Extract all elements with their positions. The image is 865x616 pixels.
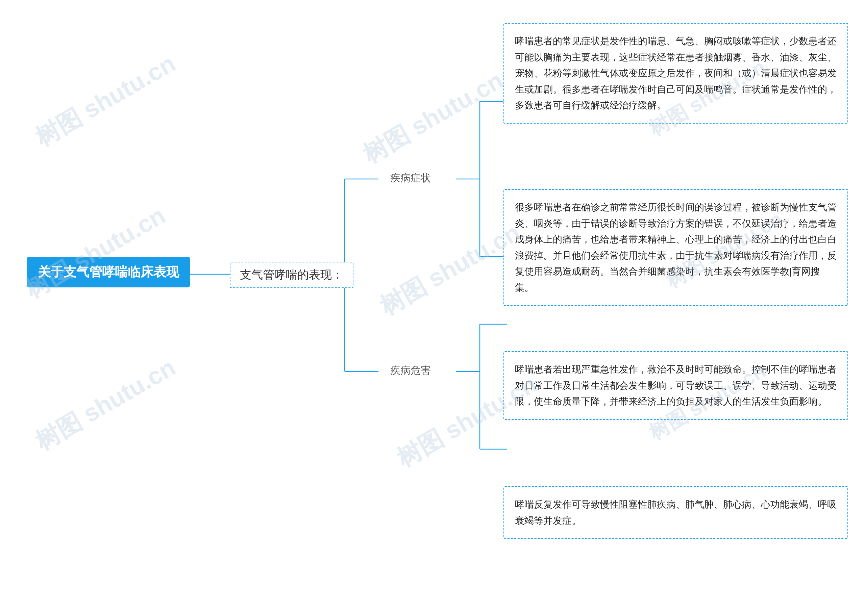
content-box-3-text: 哮喘患者若出现严重急性发作，救治不及时时可能致命。控制不佳的哮喘患者对日常工作及… bbox=[515, 364, 837, 407]
middle-node: 支气管哮喘的表现： bbox=[230, 262, 354, 288]
content-box-2: 很多哮喘患者在确诊之前常常经历很长时间的误诊过程，被诊断为慢性支气管炎、咽炎等，… bbox=[503, 189, 848, 306]
content-box-4-text: 哮喘反复发作可导致慢性阻塞性肺疾病、肺气肿、肺心病、心功能衰竭、呼吸衰竭等并发症… bbox=[515, 499, 837, 526]
branch-label-symptoms: 疾病症状 bbox=[390, 171, 431, 185]
content-box-1: 哮喘患者的常见症状是发作性的喘息、气急、胸闷或咳嗽等症状，少数患者还可能以胸痛为… bbox=[503, 23, 848, 124]
content-box-2-text: 很多哮喘患者在确诊之前常常经历很长时间的误诊过程，被诊断为慢性支气管炎、咽炎等，… bbox=[515, 202, 837, 293]
content-box-4: 哮喘反复发作可导致慢性阻塞性肺疾病、肺气肿、肺心病、心功能衰竭、呼吸衰竭等并发症… bbox=[503, 486, 848, 539]
content-box-3: 哮喘患者若出现严重急性发作，救治不及时时可能致命。控制不佳的哮喘患者对日常工作及… bbox=[503, 351, 848, 420]
diagram: 树图 shutu.cn 树图 shutu.cn 树图 shutu.cn 树图 s… bbox=[0, 0, 865, 616]
branch-label-hazards: 疾病危害 bbox=[390, 364, 431, 377]
root-node: 关于支气管哮喘临床表现 bbox=[27, 257, 190, 288]
content-box-1-text: 哮喘患者的常见症状是发作性的喘息、气急、胸闷或咳嗽等症状，少数患者还可能以胸痛为… bbox=[515, 36, 837, 110]
